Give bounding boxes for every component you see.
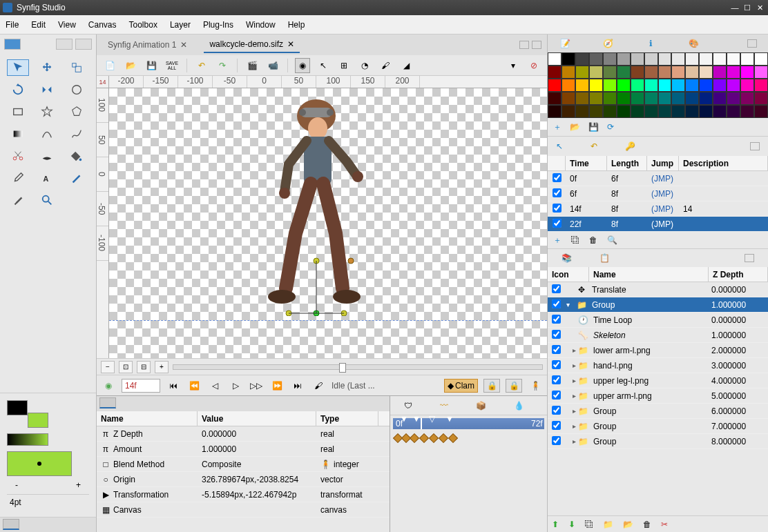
panel-ctl[interactable] (745, 254, 754, 262)
palette-color[interactable] (617, 52, 631, 66)
layers-col-depth[interactable]: Z Depth (709, 267, 768, 282)
params-tab[interactable] (99, 397, 116, 408)
layer-visible-checkbox[interactable] (552, 391, 561, 400)
layer-visible-checkbox[interactable] (552, 375, 561, 384)
rectangle-tool[interactable] (7, 104, 29, 120)
info-tab-icon[interactable]: ℹ (644, 37, 657, 50)
seek-prev-frame-button[interactable]: ◁ (207, 379, 222, 393)
kf-dup-icon[interactable]: ⿻ (571, 235, 579, 245)
lock-future-button[interactable]: 🔒 (506, 379, 522, 393)
doc-max-icon[interactable] (532, 41, 541, 49)
layer-row[interactable]: ▸ 📁 hand-l.png 3.000000 (548, 358, 768, 373)
palette-color[interactable] (685, 92, 699, 105)
spline-tool[interactable] (36, 126, 58, 142)
palette-color[interactable] (727, 79, 740, 92)
palette-color[interactable] (617, 92, 631, 105)
close-tab-icon[interactable]: ✕ (180, 40, 187, 50)
layer-row[interactable]: ▸ 📁 upper leg-l.png 4.000000 (548, 373, 768, 388)
layer-row[interactable]: 🕐 Time Loop 0.000000 (548, 313, 768, 328)
layer-name[interactable]: Translate (589, 285, 709, 295)
palette-color[interactable] (617, 66, 631, 79)
layer-visible-checkbox[interactable] (552, 299, 561, 308)
layer-name[interactable]: upper arm-l.png (591, 391, 709, 401)
tl-curve-icon[interactable]: 〰 (440, 401, 448, 411)
param-row[interactable]: πZ Depth 0.000000 real (97, 426, 390, 442)
menu-canvas[interactable]: Canvas (88, 20, 117, 30)
palette-color[interactable] (575, 66, 589, 79)
layer-expand-icon[interactable]: ▸ (564, 346, 575, 354)
undo-button[interactable]: ↶ (194, 58, 209, 73)
cut-tool[interactable] (7, 148, 29, 164)
time-input[interactable] (122, 379, 160, 393)
seek-next-frame-button[interactable]: ▷▷ (249, 379, 264, 393)
layer-visible-checkbox[interactable] (552, 345, 561, 354)
palette-color[interactable] (658, 66, 672, 79)
palette-color[interactable] (561, 79, 575, 92)
animate-mode-icon[interactable]: ◉ (101, 378, 116, 393)
palette-color[interactable] (658, 92, 672, 105)
seek-next-kf-button[interactable]: ⏩ (269, 379, 285, 393)
palette-color[interactable] (727, 66, 740, 79)
params-col-name[interactable]: Name (97, 411, 198, 426)
circle-tool[interactable] (66, 81, 88, 98)
notes-tab-icon[interactable]: 📝 (559, 37, 571, 50)
palette-color[interactable] (603, 105, 617, 118)
seek-end-button[interactable]: ⏭ (290, 379, 305, 393)
palette-color[interactable] (575, 52, 589, 66)
palette-color[interactable] (631, 92, 644, 105)
timeline-ruler[interactable]: 0f 72f ▼ ▼ ▽ ▼ (393, 418, 544, 429)
kf-description[interactable]: 14 (679, 204, 768, 214)
kf-del-icon[interactable]: 🗑 (589, 235, 597, 245)
palette-color[interactable] (685, 66, 699, 79)
keyframe-row[interactable]: 6f 8f (JMP) (548, 186, 768, 201)
palette-color[interactable] (713, 66, 727, 79)
palette-color[interactable] (727, 52, 740, 66)
zoom-out-button[interactable]: − (101, 361, 115, 373)
layers-col-icon[interactable]: Icon (548, 267, 589, 282)
kf-col-time[interactable]: Time (566, 156, 607, 170)
render-button[interactable]: 🎬 (244, 58, 260, 73)
toolbox-tab2-icon[interactable] (56, 39, 73, 50)
palette-color[interactable] (740, 92, 754, 105)
param-value[interactable]: 0.000000 (198, 429, 316, 439)
menu-window[interactable]: Window (246, 20, 276, 30)
palette-color[interactable] (713, 92, 727, 105)
layer-row[interactable]: ▸ 📁 lower arm-l.png 2.000000 (548, 343, 768, 358)
scale-tool[interactable] (66, 59, 88, 76)
gradient-tool[interactable] (7, 126, 29, 142)
canvas-viewport[interactable] (109, 88, 547, 358)
transform-tool[interactable] (7, 59, 29, 76)
kf-col-length[interactable]: Length (607, 156, 647, 170)
palette-color[interactable] (713, 79, 727, 92)
layer-row[interactable]: 🦴 Skeleton 1.000000 (548, 328, 768, 343)
palette-color[interactable] (699, 66, 713, 79)
palette-color[interactable] (699, 79, 713, 92)
layer-del-icon[interactable]: 🗑 (643, 520, 651, 529)
params-col-type[interactable]: Type (316, 411, 378, 426)
layer-new-icon[interactable]: 📂 (623, 520, 633, 529)
kf-jump-link[interactable]: (JMP) (647, 189, 679, 199)
palette-open-icon[interactable]: 📂 (570, 122, 580, 132)
kf-active-checkbox[interactable] (553, 204, 561, 213)
menu-toolbox[interactable]: Toolbox (129, 20, 157, 30)
palette-color[interactable] (589, 66, 603, 79)
kf-active-checkbox[interactable] (553, 219, 561, 228)
fill-tool[interactable] (66, 148, 88, 164)
rotate-tool[interactable] (7, 81, 29, 98)
palette-color[interactable] (671, 66, 685, 79)
menu-edit[interactable]: Edit (31, 20, 46, 30)
palette-color[interactable] (671, 52, 685, 66)
preview-button[interactable]: 📹 (265, 58, 280, 73)
layer-name[interactable]: Group (589, 300, 709, 310)
palette-color[interactable] (561, 92, 575, 105)
save-button[interactable]: 💾 (144, 58, 159, 73)
palette-color[interactable] (561, 66, 575, 79)
palette-color[interactable] (671, 79, 685, 92)
palette-color[interactable] (589, 92, 603, 105)
palette-save-icon[interactable]: 💾 (588, 122, 599, 132)
layer-row[interactable]: ▸ 📁 upper arm-l.png 5.000000 (548, 388, 768, 404)
fill-preview[interactable] (7, 451, 72, 476)
timeline-track[interactable]: 0f 72f ▼ ▼ ▽ ▼ (390, 415, 547, 532)
zoom-100-button[interactable]: ⊟ (137, 361, 151, 373)
star-tool[interactable] (36, 104, 58, 120)
